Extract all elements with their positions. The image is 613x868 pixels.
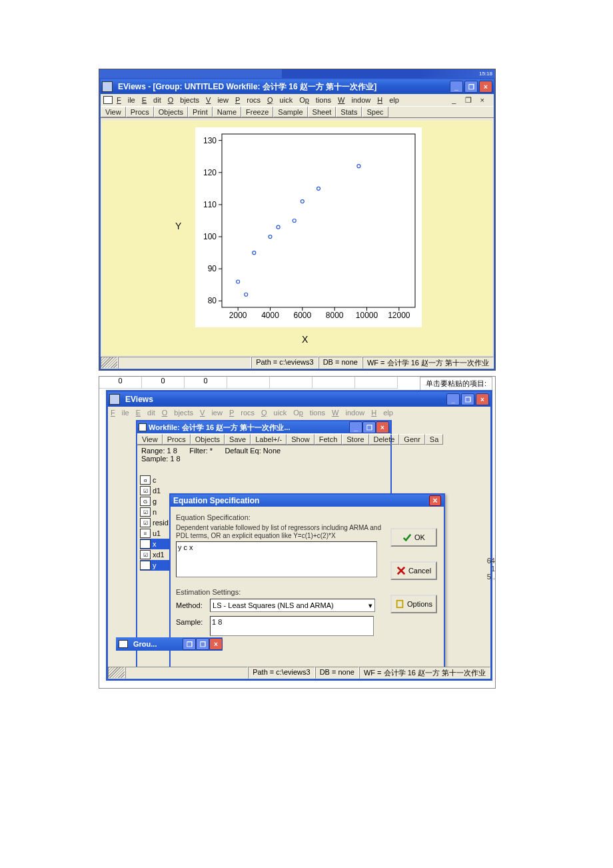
cell[interactable]: [270, 377, 312, 389]
menu-help[interactable]: Help: [371, 409, 393, 417]
toolbar-store[interactable]: Store: [342, 434, 368, 445]
toolbar-objects[interactable]: Objects: [191, 434, 225, 445]
menu-edit[interactable]: Edit: [136, 409, 155, 417]
toolbar-label+/-[interactable]: Label+/-: [251, 434, 287, 445]
menu-help[interactable]: Help: [377, 96, 399, 104]
object-c[interactable]: αc: [140, 475, 200, 485]
workfile-title: Workfile: 会计学 16 赵一方 第十一次作业...: [149, 423, 349, 433]
spec-label: Equation Specification:: [176, 513, 382, 521]
filter-value: *: [210, 447, 213, 455]
grp-maximize-button[interactable]: ❐: [196, 638, 209, 650]
cell[interactable]: 0: [99, 377, 142, 389]
clock: 15:18: [479, 71, 492, 77]
toolbar-fetch[interactable]: Fetch: [314, 434, 342, 445]
cell[interactable]: 0: [185, 377, 227, 389]
toolbar-objects[interactable]: Objects: [154, 107, 188, 117]
mdi-close-button[interactable]: ×: [480, 96, 484, 104]
menu-quick[interactable]: Quick: [261, 409, 287, 417]
defaulteq-label: Default Eq:: [225, 447, 261, 455]
menu-view[interactable]: View: [200, 409, 223, 417]
grp-restore-button[interactable]: ❐: [183, 638, 196, 650]
taskbar-item[interactable]: [227, 69, 259, 78]
cell[interactable]: [312, 377, 355, 389]
maximize-button[interactable]: ❐: [461, 393, 474, 405]
taskbar-item[interactable]: [163, 69, 195, 78]
toolbar-sample[interactable]: Sample: [273, 107, 307, 117]
workfile-title-bar[interactable]: Workfile: 会计学 16 赵一方 第十一次作业... _ ❐ ×: [137, 421, 390, 433]
cancel-button[interactable]: Cancel: [390, 561, 437, 580]
minimize-button[interactable]: _: [446, 393, 460, 405]
menu-file[interactable]: File: [111, 409, 129, 417]
toolbar-freeze[interactable]: Freeze: [241, 107, 273, 117]
options-button[interactable]: Options: [390, 595, 437, 613]
object-name: c: [153, 476, 157, 484]
menu-quick[interactable]: Quick: [267, 96, 293, 104]
toolbar-genr[interactable]: Genr: [399, 434, 424, 445]
menu-procs[interactable]: Procs: [229, 409, 255, 417]
menu-window[interactable]: Window: [332, 409, 364, 417]
window-title: EViews: [123, 395, 446, 404]
taskbar-item[interactable]: [195, 69, 227, 78]
object-type-icon: ☑: [140, 518, 151, 527]
wf-close-button[interactable]: ×: [376, 421, 389, 433]
wf-maximize-button[interactable]: ❐: [362, 421, 376, 433]
equation-input[interactable]: [176, 541, 377, 577]
cell[interactable]: 0: [142, 377, 185, 389]
mdi-minimize-button[interactable]: _: [452, 96, 456, 104]
status-bar: Path = c:\eviews3 DB = none WF = 会计学 16 …: [108, 667, 490, 679]
ok-button[interactable]: OK: [390, 528, 437, 547]
object-name: d1: [153, 487, 161, 495]
menu-edit[interactable]: Edit: [142, 96, 161, 104]
toolbar-view[interactable]: View: [101, 107, 126, 117]
title-bar[interactable]: EViews - [Group: UNTITLED Workfile: 会计学 …: [101, 79, 494, 94]
toolbar-procs[interactable]: Procs: [163, 434, 191, 445]
taskbar-item[interactable]: [131, 69, 163, 78]
eq-close-button[interactable]: ×: [429, 495, 441, 506]
status-wf: WF = 会计学 16 赵一方 第十一次作业: [359, 667, 490, 679]
svg-text:2000: 2000: [229, 311, 247, 320]
eq-title-bar[interactable]: Equation Specification ×: [171, 495, 444, 507]
toolbar-show[interactable]: Show: [287, 434, 314, 445]
toolbar-sa[interactable]: Sa: [425, 434, 443, 445]
menu-view[interactable]: View: [206, 96, 229, 104]
grp-close-button[interactable]: ×: [209, 638, 223, 650]
toolbar-delete[interactable]: Delete: [369, 434, 400, 445]
menu-options[interactable]: Options: [293, 409, 325, 417]
mdi-restore-button[interactable]: ❐: [465, 96, 472, 105]
menu-options[interactable]: Options: [299, 96, 331, 104]
cell[interactable]: [355, 377, 398, 389]
menu-window[interactable]: Window: [338, 96, 370, 104]
taskbar-item[interactable]: [99, 69, 131, 78]
menu-objects[interactable]: Objects: [162, 409, 193, 417]
sample-input[interactable]: 1 8: [210, 616, 374, 636]
scatter-chart: 8090100110120130200040006000800010000120…: [195, 127, 422, 327]
toolbar-view[interactable]: View: [137, 434, 163, 445]
minimize-button[interactable]: _: [450, 81, 463, 93]
system-tray[interactable]: 15:18: [419, 69, 495, 78]
cell[interactable]: [227, 377, 270, 389]
svg-text:130: 130: [203, 136, 217, 145]
toolbar-stats[interactable]: Stats: [336, 107, 362, 117]
toolbar-spec[interactable]: Spec: [362, 107, 388, 117]
status-db: DB = none: [315, 667, 359, 679]
close-button[interactable]: ×: [479, 81, 492, 93]
menu-file[interactable]: File: [117, 96, 135, 104]
toolbar-sheet[interactable]: Sheet: [308, 107, 336, 117]
menu-procs[interactable]: Procs: [235, 96, 261, 104]
maximize-button[interactable]: ❐: [464, 81, 478, 93]
close-button[interactable]: ×: [476, 393, 489, 405]
minimized-group-window[interactable]: Grou... ❐ ❐ ×: [116, 637, 223, 651]
toolbar-procs[interactable]: Procs: [126, 107, 154, 117]
svg-rect-0: [222, 134, 415, 307]
taskbar-item[interactable]: [259, 69, 282, 78]
menu-objects[interactable]: Objects: [168, 96, 199, 104]
object-type-icon: ☑: [140, 561, 151, 570]
side-text: 5..: [487, 573, 495, 581]
toolbar-save[interactable]: Save: [225, 434, 251, 445]
method-select[interactable]: LS - Least Squares (NLS and ARMA) ▾: [210, 599, 375, 612]
wf-minimize-button[interactable]: _: [349, 421, 362, 433]
spec-description: Dependent variable followed by list of r…: [176, 524, 382, 540]
toolbar-print[interactable]: Print: [188, 107, 213, 117]
title-bar[interactable]: EViews _ ❐ ×: [108, 392, 490, 407]
toolbar-name[interactable]: Name: [213, 107, 241, 117]
